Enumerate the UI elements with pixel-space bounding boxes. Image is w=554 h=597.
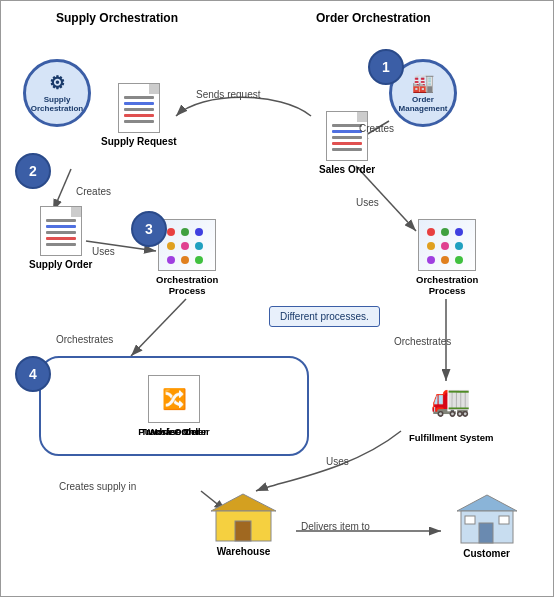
supply-orchestration-circle-label: SupplyOrchestration — [31, 96, 83, 114]
svg-rect-8 — [465, 516, 475, 524]
order-management-icon: 🏭 — [412, 72, 434, 94]
transfer-order-item: 🔀 Transfer Order — [141, 375, 207, 437]
sales-order-doc: Sales Order — [319, 111, 375, 175]
diagram: Supply Orchestration Order Orchestration… — [0, 0, 554, 597]
customer-shape — [454, 491, 519, 546]
creates-2-label: Creates — [76, 186, 111, 197]
svg-marker-2 — [211, 494, 276, 511]
transfer-order-label: Transfer Order — [141, 426, 207, 437]
supply-order-doc: Supply Order — [29, 206, 92, 270]
warehouse-label: Warehouse — [217, 546, 271, 557]
warehouse: Warehouse — [211, 489, 276, 557]
fulfillment-system-label: Fulfillment System — [409, 432, 493, 443]
supply-order-shape — [40, 206, 82, 256]
orchestrates-2-label: Orchestrates — [394, 336, 451, 347]
sales-order-shape — [326, 111, 368, 161]
warehouse-svg — [211, 489, 276, 544]
fulfillment-system: 🚛 Fulfillment System — [409, 369, 493, 443]
order-orchestration-label: Order Orchestration — [316, 11, 431, 25]
svg-marker-5 — [457, 495, 517, 511]
orders-rounded-box: 📄 Purchase Order 🏗 Work Order 🔀 Transfer… — [39, 356, 309, 456]
badge-2: 2 — [15, 153, 51, 189]
transfer-order-shape: 🔀 — [148, 375, 200, 423]
svg-rect-4 — [235, 521, 251, 541]
orch-process-1-label: OrchestrationProcess — [156, 274, 218, 296]
order-management-circle-label: OrderManagement — [399, 96, 448, 114]
sales-order-label: Sales Order — [319, 164, 375, 175]
fulfillment-system-shape: 🚛 — [421, 369, 481, 429]
delivers-item-label: Delivers item to — [301, 521, 370, 532]
sends-request-label: Sends request — [196, 89, 261, 100]
svg-rect-9 — [499, 516, 509, 524]
customer-label: Customer — [463, 548, 510, 559]
orch-process-2-shape — [418, 219, 476, 271]
uses-1-label: Uses — [92, 246, 115, 257]
creates-supply-label: Creates supply in — [59, 481, 136, 492]
supply-request-label: Supply Request — [101, 136, 177, 147]
warehouse-shape — [211, 489, 276, 544]
supply-request-shape — [118, 83, 160, 133]
badge-4: 4 — [15, 356, 51, 392]
svg-rect-7 — [479, 523, 493, 543]
customer: Customer — [454, 491, 519, 559]
orch-process-2-label: OrchestrationProcess — [416, 274, 478, 296]
orch-process-2: OrchestrationProcess — [416, 219, 478, 296]
badge-3: 3 — [131, 211, 167, 247]
supply-orchestration-icon: ⚙ — [49, 72, 65, 94]
customer-svg — [457, 493, 517, 545]
uses-2-label: Uses — [356, 197, 379, 208]
creates-1-label: Creates — [359, 123, 394, 134]
orchestrates-1-label: Orchestrates — [56, 334, 113, 345]
uses-3-label: Uses — [326, 456, 349, 467]
supply-orchestration-label: Supply Orchestration — [56, 11, 178, 25]
different-processes-box: Different processes. — [269, 306, 380, 327]
supply-request-doc: Supply Request — [101, 83, 177, 147]
supply-orchestration-circle: ⚙ SupplyOrchestration — [23, 59, 91, 127]
supply-order-label: Supply Order — [29, 259, 92, 270]
badge-1: 1 — [368, 49, 404, 85]
